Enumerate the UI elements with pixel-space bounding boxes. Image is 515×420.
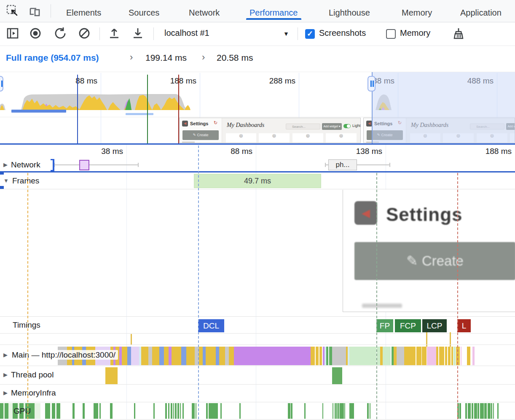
gpu-bar[interactable]: [340, 403, 344, 419]
gpu-bar[interactable]: [175, 403, 177, 419]
timing-marker-fcp[interactable]: FCP: [395, 319, 421, 332]
main-track-label[interactable]: ▶Main — http://localhost:3000/: [3, 350, 118, 360]
tab-sources[interactable]: Sources: [129, 5, 159, 20]
gpu-bar[interactable]: [335, 403, 336, 419]
memoryinfra-track-label[interactable]: ▶MemoryInfra: [3, 388, 56, 398]
flame-segment[interactable]: [448, 347, 451, 365]
flame-segment[interactable]: [394, 347, 397, 365]
flame-segment[interactable]: [397, 347, 404, 365]
device-toolbar-icon[interactable]: [28, 4, 41, 18]
gpu-bar[interactable]: [165, 403, 167, 419]
gpu-bar[interactable]: [220, 403, 222, 419]
flame-segment[interactable]: [206, 347, 216, 365]
gpu-bar[interactable]: [239, 403, 241, 419]
flame-segment[interactable]: [172, 347, 181, 365]
gpu-bar[interactable]: [83, 403, 85, 419]
flame-segment[interactable]: [461, 347, 461, 365]
flame-segment[interactable]: [427, 347, 436, 365]
gpu-bar[interactable]: [177, 403, 179, 419]
gpu-bar[interactable]: [367, 403, 369, 419]
gpu-bar[interactable]: [491, 403, 492, 419]
selection-handle-right[interactable]: [367, 76, 376, 92]
gpu-bar[interactable]: [168, 403, 169, 419]
flame-segment[interactable]: [332, 347, 346, 365]
flame-segment[interactable]: [159, 347, 164, 365]
clear-icon[interactable]: [78, 27, 91, 40]
chevron-right-icon[interactable]: ▶: [3, 390, 8, 396]
gpu-bar[interactable]: [291, 403, 292, 419]
gpu-bar[interactable]: [474, 403, 477, 419]
gpu-bar[interactable]: [477, 403, 479, 419]
thread-pool-track-label[interactable]: ▶Thread pool: [3, 370, 54, 380]
flame-segment[interactable]: [141, 347, 148, 365]
timings-track-label[interactable]: Timings: [13, 320, 40, 330]
flame-segment[interactable]: [311, 347, 315, 365]
tab-elements[interactable]: Elements: [66, 5, 101, 20]
chevron-right-icon[interactable]: ▶: [3, 372, 8, 378]
history-dropdown[interactable]: localhost #1: [164, 28, 209, 38]
flame-segment[interactable]: [219, 347, 225, 365]
gpu-bar[interactable]: [72, 403, 75, 419]
breadcrumb-level2[interactable]: 20.58 ms: [217, 53, 253, 63]
flame-segment[interactable]: [422, 347, 426, 365]
gpu-bar[interactable]: [336, 403, 338, 419]
thread-pool-block[interactable]: [332, 367, 342, 384]
flame-segment[interactable]: [186, 347, 195, 365]
flame-segment[interactable]: [445, 347, 447, 365]
chevron-right-icon[interactable]: ▶: [3, 352, 8, 358]
flame-segment[interactable]: [225, 347, 229, 365]
flame-segment[interactable]: [199, 347, 203, 365]
timing-marker-lcp[interactable]: LCP: [422, 319, 447, 332]
gpu-bar[interactable]: [459, 403, 461, 419]
record-icon[interactable]: [29, 27, 42, 40]
timeline-minimap[interactable]: 88 ms188 ms288 ms388 ms488 ms: [0, 72, 515, 144]
breadcrumb-full-range[interactable]: Full range (954.07 ms): [6, 53, 99, 63]
gpu-bar[interactable]: [153, 403, 155, 419]
gpu-bar[interactable]: [288, 403, 290, 419]
flame-segment[interactable]: [453, 347, 456, 365]
screenshots-checkbox[interactable]: ✓: [305, 29, 315, 39]
gpu-bar[interactable]: [192, 403, 195, 419]
flame-segment[interactable]: [404, 347, 416, 365]
gpu-bar[interactable]: [209, 403, 218, 419]
flame-segment[interactable]: [416, 347, 421, 365]
tab-performance[interactable]: Performance: [249, 5, 298, 20]
frame-screenshot-preview[interactable]: ◀ Settings ✎ Create: [343, 190, 515, 312]
flame-segment[interactable]: [451, 347, 453, 365]
gpu-bar[interactable]: [488, 403, 491, 419]
flame-segment[interactable]: [148, 347, 152, 365]
timing-marker-l[interactable]: L: [457, 319, 471, 332]
inspect-icon[interactable]: [6, 4, 19, 18]
flame-segment[interactable]: [234, 347, 311, 365]
gpu-bar[interactable]: [56, 403, 60, 419]
gpu-bar[interactable]: [344, 403, 345, 419]
flame-segment[interactable]: [383, 347, 391, 365]
gpu-track-label[interactable]: GPU: [13, 407, 31, 416]
flame-segment[interactable]: [131, 347, 139, 365]
gpu-bar[interactable]: [370, 403, 370, 419]
gpu-bar[interactable]: [333, 403, 333, 419]
flame-segment[interactable]: [152, 347, 159, 365]
flame-segment[interactable]: [319, 347, 322, 365]
gpu-bar[interactable]: [472, 403, 473, 419]
download-profile-icon[interactable]: [131, 27, 145, 40]
flame-segment[interactable]: [122, 347, 127, 365]
gpu-bar[interactable]: [45, 403, 50, 419]
gpu-bar[interactable]: [134, 403, 135, 419]
timing-marker-fp[interactable]: FP: [376, 319, 393, 332]
gpu-bar[interactable]: [173, 403, 174, 419]
frames-track-label[interactable]: ▼Frames: [3, 176, 42, 186]
flame-segment[interactable]: [377, 347, 380, 365]
reload-icon[interactable]: [54, 27, 67, 40]
gpu-bar[interactable]: [338, 403, 339, 419]
flame-segment[interactable]: [203, 347, 206, 365]
network-track-label[interactable]: ▶Network: [3, 160, 42, 170]
toggle-sidebar-icon[interactable]: [6, 27, 19, 40]
chevron-down-icon[interactable]: ▼: [283, 30, 289, 37]
network-request-block[interactable]: [79, 160, 89, 170]
gpu-bar[interactable]: [349, 403, 354, 419]
gpu-bar[interactable]: [480, 403, 484, 419]
timing-marker-dcl[interactable]: DCL: [198, 319, 224, 332]
tab-memory[interactable]: Memory: [402, 5, 432, 20]
memory-checkbox[interactable]: [386, 29, 396, 39]
